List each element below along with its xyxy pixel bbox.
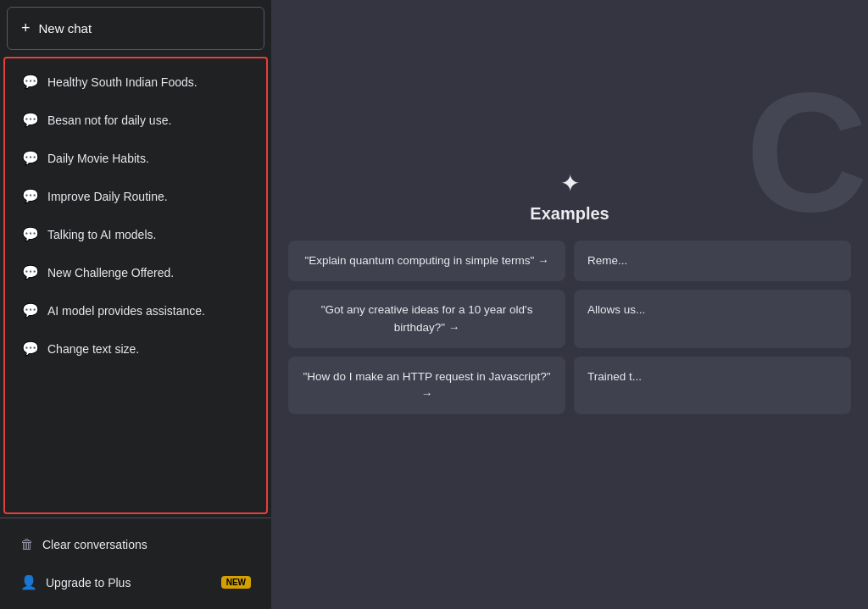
- chat-history-list: 💬 Healthy South Indian Foods. 💬 Besan no…: [3, 57, 268, 514]
- trash-icon: 🗑: [20, 537, 34, 552]
- chat-bubble-icon: 💬: [22, 226, 39, 242]
- chat-item-label: Healthy South Indian Foods.: [47, 75, 198, 89]
- plus-icon: +: [21, 19, 31, 37]
- upgrade-to-plus-button[interactable]: 👤 Upgrade to Plus NEW: [7, 564, 264, 601]
- chat-item-label: Talking to AI models.: [47, 228, 156, 241]
- sun-icon: ✦: [560, 169, 580, 197]
- chat-item-4[interactable]: 💬 Talking to AI models.: [8, 216, 263, 252]
- example-card-2[interactable]: Reme...: [574, 241, 851, 281]
- chat-bubble-icon: 💬: [22, 188, 39, 204]
- example-card-6[interactable]: Trained t...: [574, 357, 851, 415]
- example-card-4[interactable]: Allows us...: [574, 290, 851, 348]
- examples-grid: "Explain quantum computing in simple ter…: [271, 241, 868, 414]
- chat-item-label: New Challenge Offered.: [47, 266, 174, 280]
- chat-item-5[interactable]: 💬 New Challenge Offered.: [8, 254, 263, 291]
- chat-bubble-icon: 💬: [22, 340, 39, 357]
- chat-bubble-icon: 💬: [22, 264, 39, 280]
- chat-bubble-icon: 💬: [22, 74, 39, 90]
- chat-item-label: Daily Movie Habits.: [47, 152, 149, 165]
- upgrade-label: Upgrade to Plus: [46, 576, 131, 590]
- chat-item-2[interactable]: 💬 Daily Movie Habits.: [8, 140, 263, 176]
- chat-bubble-icon: 💬: [22, 112, 39, 128]
- example-card-5[interactable]: "How do I make an HTTP request in Javasc…: [288, 357, 565, 415]
- chat-item-label: AI model provides assistance.: [47, 304, 205, 318]
- sidebar-footer: 🗑 Clear conversations 👤 Upgrade to Plus …: [0, 518, 271, 609]
- example-card-3[interactable]: "Got any creative ideas for a 10 year ol…: [288, 290, 565, 348]
- new-chat-label: New chat: [39, 21, 92, 36]
- clear-conversations-button[interactable]: 🗑 Clear conversations: [7, 527, 264, 562]
- chat-bubble-icon: 💬: [22, 150, 39, 166]
- chat-bubble-icon: 💬: [22, 302, 39, 318]
- sidebar: + New chat 💬 Healthy South Indian Foods.…: [0, 0, 271, 609]
- chat-item-label: Change text size.: [47, 342, 139, 356]
- chat-item-7[interactable]: 💬 Change text size.: [8, 330, 263, 367]
- chat-item-6[interactable]: 💬 AI model provides assistance.: [8, 292, 263, 329]
- new-badge: NEW: [221, 576, 251, 589]
- chat-item-3[interactable]: 💬 Improve Daily Routine.: [8, 178, 263, 214]
- new-chat-button[interactable]: + New chat: [7, 7, 264, 50]
- example-card-1[interactable]: "Explain quantum computing in simple ter…: [288, 241, 565, 281]
- chat-item-0[interactable]: 💬 Healthy South Indian Foods.: [8, 64, 263, 100]
- main-content: C ✦ Examples "Explain quantum computing …: [271, 0, 868, 609]
- chat-item-label: Improve Daily Routine.: [47, 190, 168, 203]
- chat-item-label: Besan not for daily use.: [47, 113, 171, 127]
- chat-item-1[interactable]: 💬 Besan not for daily use.: [8, 102, 263, 138]
- examples-title: Examples: [530, 204, 609, 224]
- big-letter: C: [746, 68, 868, 237]
- clear-conversations-label: Clear conversations: [42, 538, 147, 551]
- user-icon: 👤: [20, 574, 37, 590]
